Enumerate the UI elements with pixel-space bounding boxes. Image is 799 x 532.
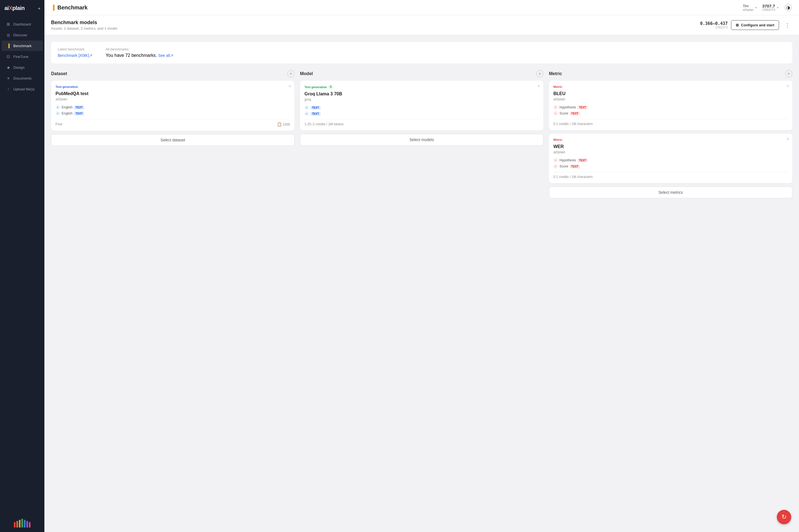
benchmark-title-icon: ▐: [51, 5, 55, 11]
model-card: × Text generation 5 Groq Llama 3 70B gro…: [300, 81, 543, 131]
sidebar-item-upload[interactable]: ↑ Upload file(s): [2, 84, 43, 94]
all-benchmarks-text: You have 72 benchmarks. See all↗: [106, 53, 174, 58]
wer-card-close-button[interactable]: ×: [786, 137, 789, 141]
page-title: ▐ Benchmark: [51, 4, 88, 11]
metric-column-title: Metric: [549, 71, 562, 76]
sidebar: aiXplain ◂ ⊞ Dashboard ◎ Discover ▐ Benc…: [0, 0, 44, 532]
model-card-sub: groq: [305, 98, 539, 101]
bleu-card-name: BLEU: [553, 91, 788, 96]
wer-metric-card: × Metric WER aiXplain − Hypothesis TEXT: [549, 134, 792, 183]
benchmark-icon: ▐: [6, 43, 11, 48]
upload-icon: ↑: [6, 87, 11, 91]
model-card-name: Groq Llama 3 70B: [305, 92, 539, 96]
select-dataset-button[interactable]: Select dataset: [51, 134, 294, 146]
dataset-cost: Free: [55, 122, 62, 126]
dataset-column-title: Dataset: [51, 71, 67, 76]
user-chevron-icon: ▾: [756, 6, 757, 9]
refresh-fab[interactable]: ↻: [777, 510, 791, 524]
add-model-button[interactable]: +: [536, 70, 543, 77]
credits-range-value: 0.366–0.437: [700, 21, 728, 26]
field-text-badge-2: TEXT: [74, 112, 84, 115]
credits-chevron-icon: ▾: [777, 6, 779, 9]
dataset-column-header: Dataset +: [51, 70, 294, 77]
model-field-text-badge-2: TEXT: [311, 112, 321, 116]
latest-benchmark-link[interactable]: Benchmark [X0tK]↗: [58, 53, 92, 58]
metric-column: Metric + × Metric BLEU aiXplain − Hypoth…: [549, 70, 792, 198]
model-card-close-button[interactable]: ×: [538, 84, 540, 89]
theme-toggle[interactable]: ◑: [784, 3, 792, 12]
bleu-card-tag: Metric: [553, 85, 788, 89]
logo-text: aiXplain: [4, 5, 25, 12]
credits-range: 0.366–0.437 CREDITS: [700, 21, 728, 29]
user-name: Tim: [743, 4, 753, 8]
dataset-field-2: + English TEXT: [55, 111, 290, 116]
more-options-button[interactable]: ⋮: [782, 21, 792, 30]
bleu-card-close-button[interactable]: ×: [786, 84, 789, 89]
field-plus-icon-2: +: [55, 111, 60, 116]
select-metrics-button[interactable]: Select metrics: [549, 187, 792, 198]
sidebar-nav: ⊞ Dashboard ◎ Discover ▐ Benchmark ⊡ Fin…: [0, 16, 44, 514]
user-info[interactable]: Tim aiXplain ▾: [743, 4, 757, 12]
page-header-right: 0.366–0.437 CREDITS ⊞ Configure and star…: [700, 20, 792, 30]
model-field-1: + TEXT: [305, 105, 539, 110]
configure-icon: ⊞: [736, 23, 739, 27]
model-column: Model + × Text generation 5 Groq Llama 3…: [300, 70, 543, 146]
score-label: Score: [560, 111, 568, 115]
dataset-card-sub: aiXplain: [55, 97, 290, 101]
model-field-plus-icon-2: +: [305, 111, 309, 116]
see-all-link[interactable]: See all↗: [158, 53, 174, 58]
add-dataset-button[interactable]: +: [287, 70, 294, 77]
model-card-fields: + TEXT + TEXT: [305, 105, 539, 116]
page-title-text: Benchmark: [57, 4, 88, 11]
sidebar-item-label: Benchmark: [13, 44, 32, 48]
wer-minus-icon-2: −: [553, 164, 558, 169]
dataset-card-tag: Text generation: [55, 85, 290, 89]
sidebar-item-discover[interactable]: ◎ Discover: [2, 30, 43, 40]
sidebar-item-finetune[interactable]: ⊡ FineTune: [2, 51, 43, 62]
dataset-card-footer: Free 📋 1000: [55, 119, 290, 127]
latest-benchmark-label: Latest benchmark:: [58, 48, 92, 51]
hypothesis-label: Hypothesis: [560, 105, 576, 109]
field-text-badge: TEXT: [74, 106, 84, 109]
model-field-plus-icon: +: [305, 105, 309, 110]
bleu-field-hypothesis: − Hypothesis TEXT: [553, 105, 788, 110]
sidebar-item-label: Dashboard: [13, 22, 31, 26]
sidebar-item-documents[interactable]: ≡ Documents: [2, 73, 43, 83]
credits-info[interactable]: 3707.7 CREDITS ▾: [762, 4, 779, 12]
metric-column-header: Metric +: [549, 70, 792, 77]
wer-field-score: − Score TEXT: [553, 164, 788, 169]
wer-score-label: Score: [560, 165, 568, 168]
benchmark-subtitle: Assets: 1 dataset, 2 metrics, and 1 mode…: [51, 26, 117, 31]
sidebar-footer: [0, 514, 44, 532]
select-models-button[interactable]: Select models: [300, 134, 543, 146]
dataset-field-1: + English TEXT: [55, 105, 290, 110]
bleu-cost: 0.1 credits / 1M characters: [553, 122, 593, 126]
grid-icon: ⊞: [6, 22, 11, 26]
model-column-title: Model: [300, 71, 313, 76]
benchmark-title: Benchmark models: [51, 20, 117, 25]
sidebar-item-dashboard[interactable]: ⊞ Dashboard: [2, 19, 43, 30]
sidebar-item-label: FineTune: [13, 55, 28, 59]
model-card-tag: Text generation 5: [305, 85, 539, 89]
content-area: Latest benchmark: Benchmark [X0tK]↗ All …: [44, 35, 799, 205]
credits-label: CREDITS: [762, 8, 776, 12]
dataset-column: Dataset + × Text generation PubMedQA tes…: [51, 70, 294, 146]
configure-start-button[interactable]: ⊞ Configure and start: [731, 20, 779, 30]
hypothesis-text-badge: TEXT: [578, 106, 587, 109]
wer-hypothesis-label: Hypothesis: [560, 158, 576, 162]
credits-amount: 3707.7: [762, 4, 776, 8]
sidebar-item-design[interactable]: ◈ Design: [2, 62, 43, 73]
wer-card-footer: 0.1 credits / 1M characters: [553, 172, 788, 179]
dataset-card: × Text generation PubMedQA test aiXplain…: [51, 81, 294, 131]
sidebar-item-benchmark[interactable]: ▐ Benchmark: [2, 40, 43, 51]
page-header: Benchmark models Assets: 1 dataset, 2 me…: [44, 15, 799, 35]
user-sub: aiXplain: [743, 8, 753, 12]
refresh-icon: ↻: [782, 513, 786, 520]
sidebar-toggle[interactable]: ◂: [38, 5, 40, 11]
documents-icon: ≡: [6, 76, 11, 80]
dataset-card-close-button[interactable]: ×: [289, 84, 291, 89]
dataset-count: 📋 1000: [277, 122, 290, 127]
sidebar-item-label: Design: [13, 65, 24, 70]
model-card-footer: 1.25–2 credits / 1M tokens: [305, 119, 539, 126]
add-metric-button[interactable]: +: [785, 70, 792, 77]
